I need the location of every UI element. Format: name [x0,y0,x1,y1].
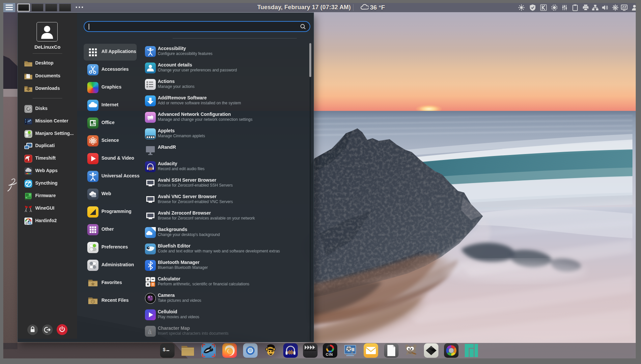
svg-text:á: á [148,328,152,335]
svg-text:CIN: CIN [326,352,333,356]
svg-text:$: $ [163,347,166,353]
